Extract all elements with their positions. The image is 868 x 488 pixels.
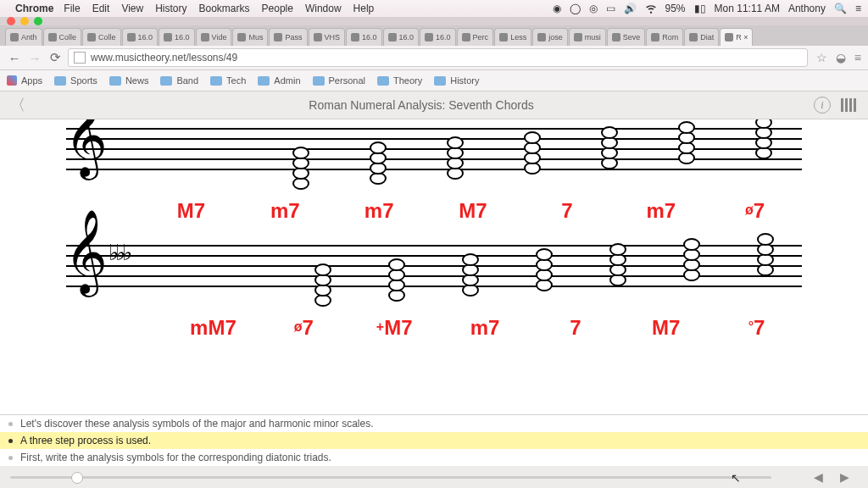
info-button[interactable]: i (814, 97, 831, 114)
menu-view[interactable]: View (121, 3, 143, 14)
lesson-footer: Let's discover these analysis symbols of… (0, 414, 868, 488)
browser-tab[interactable]: Colle (82, 28, 121, 46)
apps-shortcut[interactable]: Apps (7, 75, 42, 86)
browser-tab[interactable]: Vide (196, 28, 232, 46)
chord-quality-label: ø7 (708, 199, 802, 223)
status-icon[interactable]: ◉ (553, 3, 561, 14)
browser-tab[interactable]: 16.0 (383, 28, 420, 46)
browser-window: AnthColleColle16.016.0VideMusPassVHS16.0… (0, 17, 868, 92)
toolbar: ← → ⟳ www.musictheory.net/lessons/49 ☆ ◒… (0, 46, 868, 70)
bookmark-folder[interactable]: Admin (258, 75, 300, 86)
transcript-line[interactable]: First, write the analysis symbols for th… (0, 449, 868, 466)
chord (360, 245, 434, 289)
bookmark-folder[interactable]: Sports (54, 75, 97, 86)
chord-quality-label: M7 (144, 199, 238, 223)
battery-icon[interactable]: ▮▯ (694, 3, 706, 14)
close-window-button[interactable] (7, 17, 15, 25)
browser-tab[interactable]: 16.0 (122, 28, 159, 46)
page-icon (74, 52, 86, 64)
profile-icon[interactable]: ◒ (836, 51, 846, 64)
browser-tab[interactable]: VHS (309, 28, 346, 46)
menu-window[interactable]: Window (305, 3, 342, 14)
app-name[interactable]: Chrome (15, 3, 53, 14)
chord (508, 245, 581, 289)
tab-strip: AnthColleColle16.016.0VideMusPassVHS16.0… (0, 25, 868, 46)
menu-people[interactable]: People (262, 3, 293, 14)
lesson-header: 〈 Roman Numeral Analysis: Seventh Chords… (0, 92, 868, 119)
next-button[interactable]: ▶ (840, 470, 849, 484)
menu-file[interactable]: File (64, 3, 80, 14)
lesson-back-button[interactable]: 〈 (10, 95, 29, 115)
stave-major: 𝄞 (66, 128, 802, 172)
browser-tab[interactable]: Mus (232, 28, 268, 46)
progress-track[interactable] (10, 476, 771, 479)
browser-tab[interactable]: Diat (684, 28, 719, 46)
chord (417, 128, 494, 172)
menu-history[interactable]: History (155, 3, 186, 14)
prev-button[interactable]: ◀ (814, 470, 823, 484)
progress-thumb[interactable] (71, 472, 83, 484)
wifi-icon[interactable] (645, 3, 657, 14)
menu-extra-icon[interactable]: ≡ (855, 3, 861, 14)
browser-tab[interactable]: Perc (457, 28, 494, 46)
address-bar[interactable]: www.musictheory.net/lessons/49 (68, 48, 808, 67)
chord (648, 128, 725, 172)
chord (728, 245, 802, 289)
battery-pct[interactable]: 95% (665, 3, 686, 14)
chord-quality-label: °7 (711, 316, 802, 340)
zoom-window-button[interactable] (34, 17, 42, 25)
browser-tab[interactable]: 16.0 (420, 28, 456, 46)
chord-labels-row-2: mM7ø7+M7m77M7°7 (168, 316, 802, 340)
forward-button[interactable]: → (27, 51, 42, 65)
reload-button[interactable]: ⟳ (47, 50, 63, 65)
chord-quality-label: ø7 (259, 316, 349, 340)
menu-bookmarks[interactable]: Bookmarks (199, 3, 250, 14)
lesson-title: Roman Numeral Analysis: Seventh Chords (29, 98, 814, 112)
browser-tab[interactable]: 16.0 (346, 28, 382, 46)
menu-edit[interactable]: Edit (92, 3, 110, 14)
minimize-window-button[interactable] (20, 17, 29, 25)
browser-tab[interactable]: Anth (5, 28, 42, 46)
chrome-menu-icon[interactable]: ≡ (854, 51, 861, 64)
chord-quality-label: mM7 (168, 316, 259, 340)
transcript-line[interactable]: Let's discover these analysis symbols of… (0, 415, 868, 432)
volume-icon[interactable]: 🔊 (624, 3, 637, 14)
transcript-line[interactable]: A three step process is used. (0, 432, 868, 449)
chord (654, 245, 728, 289)
chord (340, 128, 417, 172)
bookmark-folder[interactable]: Personal (313, 75, 365, 86)
chord-quality-label: m7 (332, 199, 426, 223)
cursor-icon: ↖ (731, 471, 741, 485)
chord (434, 245, 508, 289)
chord (287, 245, 360, 289)
clock[interactable]: Mon 11:11 AM (715, 3, 780, 14)
display-icon[interactable]: ▭ (606, 3, 615, 14)
browser-tab[interactable]: Less (494, 28, 531, 46)
status-icon[interactable]: ◯ (570, 3, 581, 14)
browser-tab[interactable]: musi (569, 28, 606, 46)
user-name[interactable]: Anthony (788, 3, 826, 14)
stave-minor: 𝄞 ♭♭♭ (66, 245, 802, 289)
browser-tab[interactable]: Seve (607, 28, 646, 46)
bookmark-folder[interactable]: Tech (210, 75, 246, 86)
bookmark-star-icon[interactable]: ☆ (816, 51, 827, 64)
bookmark-folder[interactable]: News (109, 75, 149, 86)
bookmark-folder[interactable]: Theory (377, 75, 422, 86)
browser-tab[interactable]: Rom (646, 28, 683, 46)
bookmark-folder[interactable]: Band (160, 75, 198, 86)
key-signature: ♭♭♭ (108, 240, 129, 266)
lesson-transcript: Let's discover these analysis symbols of… (0, 415, 868, 466)
piano-button[interactable] (841, 98, 858, 112)
browser-tab[interactable]: 16.0 (159, 28, 195, 46)
browser-tab[interactable]: jose (532, 28, 568, 46)
bookmark-folder[interactable]: History (434, 75, 479, 86)
mac-menu-bar: Chrome File Edit View History Bookmarks … (0, 0, 868, 17)
window-titlebar (0, 17, 868, 25)
browser-tab[interactable]: Pass (269, 28, 307, 46)
browser-tab[interactable]: R × (720, 28, 753, 46)
back-button[interactable]: ← (7, 51, 22, 65)
browser-tab[interactable]: Colle (43, 28, 82, 46)
spotlight-icon[interactable]: 🔍 (834, 3, 847, 14)
status-icon[interactable]: ◎ (589, 3, 598, 14)
menu-help[interactable]: Help (353, 3, 375, 14)
